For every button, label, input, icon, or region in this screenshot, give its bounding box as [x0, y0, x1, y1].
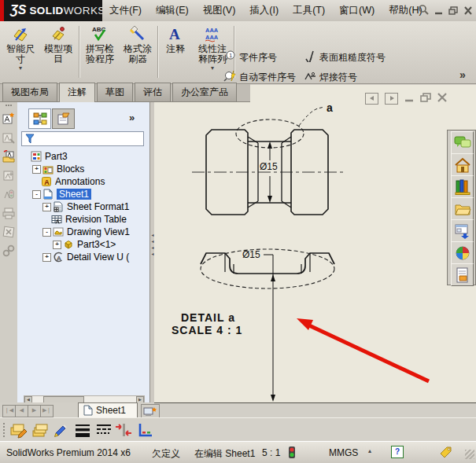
tree-item-revision-table[interactable]: Revision Table: [19, 213, 149, 226]
color-display-mode-icon[interactable]: [136, 421, 153, 439]
tab-annotation[interactable]: 注解: [59, 83, 95, 102]
menu-view[interactable]: 视图(V): [196, 4, 243, 17]
tree-item-sheet-format1[interactable]: + Sheet Format1: [19, 200, 149, 213]
close-icon[interactable]: [463, 4, 473, 18]
toolbar-drag-handle[interactable]: [6, 105, 12, 109]
accent-stripe: [0, 0, 4, 21]
layer-properties-icon[interactable]: [10, 421, 28, 439]
tree-item-detail-view[interactable]: + A Detail View U (: [19, 251, 149, 263]
balloon-button[interactable]: 1 零件序号: [223, 50, 277, 65]
add-sheet-icon: [143, 406, 157, 417]
linear-note-pattern-icon: AAAAAA: [203, 24, 222, 44]
appearances-tab-button[interactable]: [451, 241, 474, 264]
hide-show-edges-icon[interactable]: [115, 421, 132, 439]
tree-item-blocks[interactable]: + Blocks: [19, 163, 149, 175]
svg-text:1: 1: [229, 53, 232, 58]
sheet1-tab[interactable]: Sheet1: [78, 402, 138, 417]
note-button[interactable]: A 注释: [160, 24, 191, 80]
new-note-icon[interactable]: [2, 112, 15, 124]
line-style-icon[interactable]: [95, 421, 113, 439]
scroll-left-icon[interactable]: ◀: [24, 396, 32, 402]
menu-window[interactable]: 窗口(W): [332, 4, 382, 17]
tab-view-layout[interactable]: 视图布局: [2, 83, 57, 101]
resize-grip[interactable]: [465, 450, 474, 459]
layer-toolbar: [0, 417, 476, 442]
prev-sheet-icon[interactable]: ◀: [15, 405, 28, 417]
tab-sketch[interactable]: 草图: [97, 83, 133, 101]
spell-checker-button[interactable]: ABC 拼写检 验程序: [81, 24, 119, 80]
scroll-right-icon[interactable]: ▶: [136, 396, 144, 402]
view-palette-icon: [454, 223, 471, 239]
drawing-canvas[interactable]: Ø15 a Ø15 DETAIL a SCALE 4 : 1: [154, 85, 476, 403]
restore-icon[interactable]: [448, 4, 458, 18]
menu-file[interactable]: 文件(F): [102, 4, 149, 17]
panel-horizontal-scrollbar[interactable]: ◀ ▶: [24, 395, 145, 402]
expander-icon[interactable]: +: [42, 203, 51, 211]
custom-properties-tab-button[interactable]: [451, 263, 474, 286]
expander-icon[interactable]: +: [32, 165, 41, 174]
line-color-icon[interactable]: [53, 421, 70, 439]
expander-icon[interactable]: -: [32, 190, 41, 199]
ribbon-overflow-chevron[interactable]: »: [459, 68, 466, 81]
units-selector[interactable]: MMGS: [329, 447, 358, 458]
add-sheet-button[interactable]: [141, 404, 160, 418]
smart-dimension-button[interactable]: 智能尺 寸 ▾: [2, 24, 39, 80]
toolbar-drag-handle[interactable]: [3, 423, 7, 437]
menu-bar: 文件(F) 编辑(E) 视图(V) 插入(I) 工具(T) 窗口(W) 帮助(H…: [102, 0, 476, 21]
ribbon-toolbar: 智能尺 寸 ▾ 模型项 目 ABC 拼写检 验程序 格式涂 刷器 A 注释 AA…: [0, 21, 476, 84]
menu-tools[interactable]: 工具(T): [286, 4, 332, 17]
search-icon[interactable]: [418, 4, 429, 18]
doc-close-icon[interactable]: [437, 91, 447, 105]
layers-icon[interactable]: [31, 421, 49, 439]
surface-finish-button[interactable]: 表面粗糙度符号: [304, 50, 386, 65]
panel-overflow-chevron[interactable]: »: [129, 112, 135, 123]
feature-tree-tab[interactable]: [28, 108, 51, 129]
menu-edit[interactable]: 编辑(E): [149, 4, 196, 17]
units-dropdown-icon[interactable]: ▴: [368, 447, 371, 454]
dropdown-arrow-icon[interactable]: ▾: [211, 65, 214, 72]
line-thickness-icon[interactable]: [74, 421, 91, 439]
red-pointer-arrow: [297, 318, 429, 381]
open-annotation-icon[interactable]: [2, 150, 15, 163]
tree-item-part3-instance[interactable]: + Part3<1>: [19, 238, 149, 251]
minimize-icon[interactable]: [434, 4, 443, 18]
design-library-tab-button[interactable]: [451, 175, 474, 198]
forum-tab-button[interactable]: [451, 131, 474, 154]
doc-restore-icon[interactable]: [420, 91, 431, 105]
svg-text:A: A: [44, 178, 50, 186]
weld-symbol-button[interactable]: 焊接符号: [304, 69, 357, 85]
expander-icon[interactable]: +: [53, 241, 61, 249]
model-items-button[interactable]: 模型项 目: [39, 24, 77, 80]
view-palette-tab-button[interactable]: [451, 219, 474, 242]
next-sheet-icon[interactable]: ▶: [28, 405, 41, 417]
scroll-thumb[interactable]: [43, 396, 84, 402]
expander-icon[interactable]: -: [42, 228, 51, 237]
expander-icon[interactable]: +: [42, 253, 51, 262]
next-document-icon[interactable]: [385, 93, 398, 105]
tree-item-annotations[interactable]: A Annotations: [19, 175, 149, 188]
tab-evaluate[interactable]: 评估: [135, 83, 171, 101]
tree-item-part3-root[interactable]: Part3: [19, 150, 149, 163]
link-icon: [2, 244, 15, 257]
dropdown-arrow-icon[interactable]: ▾: [19, 65, 22, 72]
tree-item-drawing-view1[interactable]: - Drawing View1: [19, 226, 149, 238]
property-manager-tab[interactable]: [52, 108, 75, 129]
menu-insert[interactable]: 插入(I): [242, 4, 286, 17]
doc-minimize-icon[interactable]: [404, 91, 414, 105]
command-manager-tabs: 视图布局 注解 草图 评估 办公室产品: [0, 84, 250, 102]
tree-filter-input[interactable]: [21, 131, 144, 146]
tree-item-sheet1[interactable]: - Sheet1: [19, 188, 149, 200]
first-sheet-icon[interactable]: ❘◀: [2, 405, 16, 417]
file-explorer-tab-button[interactable]: [451, 197, 474, 220]
annotation-side-toolbar: [0, 102, 18, 402]
tag-icon[interactable]: [439, 446, 452, 461]
prev-document-icon[interactable]: [365, 93, 378, 105]
last-sheet-icon[interactable]: ▶❘: [40, 405, 54, 417]
task-pane-strip: [447, 130, 476, 285]
resources-tab-button[interactable]: [451, 153, 474, 176]
svg-text:Ø15: Ø15: [260, 161, 278, 172]
help-button[interactable]: ?: [391, 446, 404, 458]
tab-office-products[interactable]: 办公室产品: [172, 83, 237, 101]
speech-bubbles-icon: [454, 135, 471, 151]
format-painter-button[interactable]: 格式涂 刷器: [119, 24, 157, 80]
